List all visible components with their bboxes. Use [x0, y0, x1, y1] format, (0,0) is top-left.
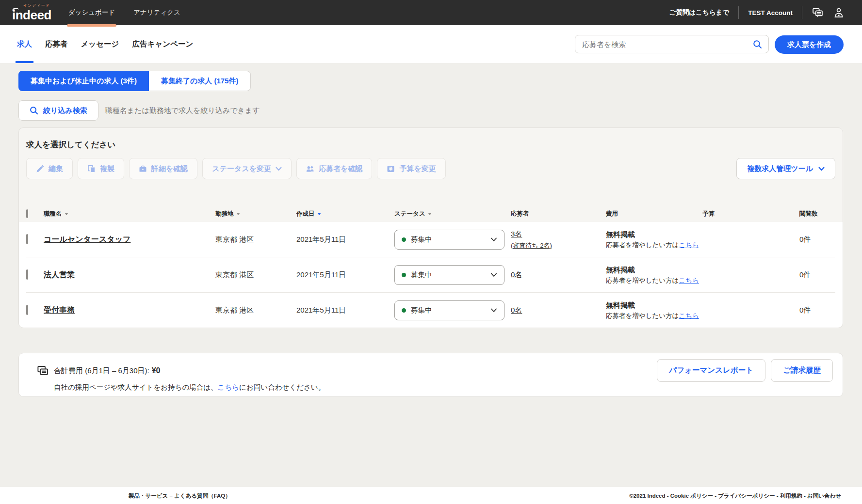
- cost-note: 応募者を増やしたい方はこちら: [606, 276, 702, 285]
- tab-jobs[interactable]: 求人: [17, 25, 32, 63]
- yen-card-icon: ¥: [387, 165, 395, 173]
- search-icon[interactable]: [753, 40, 762, 49]
- applicants-count-link[interactable]: 0名: [511, 270, 522, 279]
- column-header-job-title[interactable]: 職種名: [44, 210, 215, 218]
- change-status-button[interactable]: ステータスを変更: [202, 158, 292, 179]
- refine-search-label: 絞り込み検索: [43, 106, 87, 115]
- status-label: 募集中: [411, 235, 432, 244]
- tab-messages[interactable]: メッセージ: [81, 25, 119, 63]
- tab-campaigns[interactable]: 広告キャンペーン: [132, 25, 193, 63]
- edit-button[interactable]: 編集: [26, 158, 73, 179]
- chevron-down-icon: [276, 167, 282, 171]
- contact-link[interactable]: こちら: [218, 383, 240, 391]
- select-all-checkbox[interactable]: [26, 209, 28, 218]
- search-icon: [30, 106, 38, 115]
- sponsor-link[interactable]: こちら: [679, 277, 699, 284]
- messages-icon[interactable]: [812, 7, 824, 19]
- views-cell: 0件: [799, 270, 835, 280]
- location-cell: 東京都 港区: [215, 270, 296, 280]
- chevron-down-icon: [490, 273, 497, 277]
- row-checkbox[interactable]: [26, 305, 28, 315]
- duplicate-button[interactable]: 複製: [78, 158, 124, 179]
- column-header-cost: 費用: [606, 210, 702, 218]
- filter-tab-open[interactable]: 募集中および休止中の求人 (3件): [18, 71, 149, 91]
- indeed-logo[interactable]: インディード indeed: [12, 4, 51, 21]
- applicants-count-link[interactable]: 0名: [511, 306, 522, 314]
- refine-search-button[interactable]: 絞り込み検索: [18, 100, 98, 121]
- account-icon[interactable]: [833, 7, 845, 18]
- filter-hint-text: 職種名または勤務地で求人を絞り込みできます: [105, 106, 260, 115]
- account-name[interactable]: TEST Account: [748, 9, 793, 16]
- logo-furigana: インディード: [23, 4, 50, 8]
- table-row: コールセンタースタッフ 東京都 港区 2021年5月11日 募集中 3名 (審査…: [26, 222, 835, 257]
- total-cost-label: 合計費用 (6月1日 – 6月30日):: [54, 366, 149, 375]
- column-header-location[interactable]: 勤務地: [215, 210, 296, 218]
- topbar-nav: ダッシュボード アナリティクス: [59, 0, 190, 25]
- topnav-analytics[interactable]: アナリティクス: [124, 0, 190, 25]
- status-dropdown[interactable]: 募集中: [394, 230, 504, 250]
- help-link[interactable]: ご質問はこちらまで: [669, 8, 730, 17]
- job-title-link[interactable]: コールセンタースタッフ: [44, 235, 130, 243]
- view-applicants-button[interactable]: 応募者を確認: [296, 158, 372, 179]
- status-dot-icon: [402, 273, 406, 277]
- column-header-created[interactable]: 作成日: [296, 210, 394, 218]
- job-title-link[interactable]: 受付事務: [44, 306, 75, 314]
- bulk-action-toolbar: 編集 複製 詳細を確認 ステータスを変更: [26, 158, 446, 179]
- status-dot-icon: [402, 237, 406, 242]
- column-header-status[interactable]: ステータス: [394, 210, 511, 218]
- table-header-row: 職種名 勤務地 作成日 ステータス 応募者 費用 予算 閲覧数: [26, 205, 836, 222]
- status-dropdown[interactable]: 募集中: [394, 265, 504, 285]
- status-dropdown[interactable]: 募集中: [394, 300, 504, 320]
- chevron-down-icon: [490, 237, 497, 242]
- footer-products-faq-links[interactable]: 製品・サービス – よくある質問（FAQ）: [129, 492, 231, 500]
- svg-text:¥: ¥: [390, 166, 393, 172]
- performance-report-button[interactable]: パフォーマンスレポート: [657, 359, 765, 382]
- filter-tab-closed[interactable]: 募集終了の求人 (175件): [149, 71, 251, 91]
- search-input[interactable]: [575, 35, 753, 53]
- row-checkbox[interactable]: [26, 269, 28, 280]
- divider: [802, 6, 802, 19]
- cost-note: 応募者を増やしたい方はこちら: [606, 241, 702, 250]
- pencil-icon: [36, 165, 44, 173]
- topbar: インディード indeed ダッシュボード アナリティクス ご質問はこちらまで …: [0, 0, 862, 25]
- created-date-cell: 2021年5月11日: [296, 235, 394, 244]
- table-row: 法人営業 東京都 港区 2021年5月11日 募集中 0名: [26, 257, 835, 293]
- sponsor-link[interactable]: こちら: [679, 312, 699, 319]
- views-cell: 0件: [799, 235, 835, 244]
- cost-summary-panel: 合計費用 (6月1日 – 6月30日):¥0 自社の採用ページや求人サイトをお持…: [18, 353, 843, 397]
- chevron-down-icon: [490, 308, 497, 313]
- jobs-panel: 求人を選択してください 編集 複製: [18, 127, 843, 328]
- cost-label: 無料掲載: [606, 265, 702, 275]
- topbar-right: ご質問はこちらまで TEST Account: [669, 6, 845, 19]
- multi-job-tools-button[interactable]: 複数求人管理ツール: [736, 158, 835, 179]
- logo-text: indeed: [12, 9, 51, 21]
- column-header-budget: 予算: [702, 210, 799, 218]
- total-cost-line: 合計費用 (6月1日 – 6月30日):¥0: [54, 366, 161, 376]
- view-details-button[interactable]: 詳細を確認: [129, 158, 197, 179]
- create-job-button[interactable]: 求人票を作成: [775, 35, 844, 54]
- applicants-count-link[interactable]: 3名: [511, 230, 522, 238]
- divider: [738, 6, 739, 19]
- created-date-cell: 2021年5月11日: [296, 306, 394, 315]
- location-cell: 東京都 港区: [215, 235, 296, 244]
- summary-buttons: パフォーマンスレポート ご請求履歴: [657, 359, 833, 382]
- footer-legal-links[interactable]: ©2021 Indeed - Cookie ポリシー - プライバシーポリシー …: [629, 492, 841, 500]
- row-checkbox[interactable]: [26, 234, 28, 244]
- column-header-views: 閲覧数: [799, 210, 836, 218]
- tab-candidates[interactable]: 応募者: [45, 25, 68, 63]
- page-footer: 製品・サービス – よくある質問（FAQ） ©2021 Indeed - Coo…: [0, 487, 862, 504]
- sponsor-link[interactable]: こちら: [679, 241, 699, 249]
- cost-label: 無料掲載: [606, 229, 702, 239]
- job-title-link[interactable]: 法人営業: [44, 270, 75, 279]
- topnav-dashboard[interactable]: ダッシュボード: [59, 0, 124, 25]
- briefcase-icon: [139, 165, 147, 173]
- applicants-pending-link[interactable]: (審査待ち 2名): [511, 241, 606, 250]
- jobs-panel-title: 求人を選択してください: [26, 140, 115, 150]
- billing-history-button[interactable]: ご請求履歴: [771, 359, 833, 382]
- change-budget-button[interactable]: ¥ 予算を変更: [377, 158, 445, 179]
- location-cell: 東京都 港区: [215, 306, 296, 315]
- cost-label: 無料掲載: [606, 300, 702, 310]
- billing-receipts-icon: [36, 364, 49, 379]
- subnav-tabs: 求人 応募者 メッセージ 広告キャンペーン: [17, 25, 193, 63]
- candidate-search-box: [575, 35, 769, 53]
